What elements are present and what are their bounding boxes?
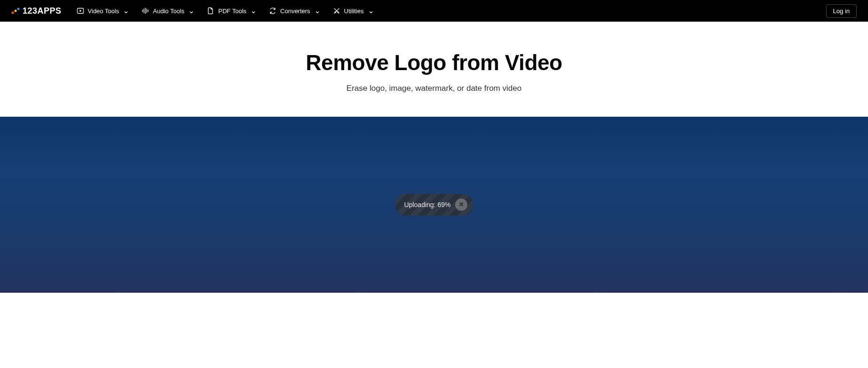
logo-dots-icon bbox=[11, 8, 20, 14]
chevron-down-icon bbox=[251, 9, 255, 13]
close-icon bbox=[458, 201, 464, 208]
audio-wave-icon bbox=[142, 7, 149, 15]
header-left: 123APPS Video Tools bbox=[11, 6, 372, 16]
nav-audio-tools[interactable]: Audio Tools bbox=[142, 7, 193, 15]
cancel-upload-button[interactable] bbox=[455, 199, 467, 211]
chevron-down-icon bbox=[315, 9, 319, 13]
nav-utilities[interactable]: Utilities bbox=[333, 7, 372, 15]
upload-status-pill: Uploading: 69% bbox=[395, 194, 473, 216]
tools-icon bbox=[333, 7, 340, 15]
nav-label: Audio Tools bbox=[153, 8, 184, 15]
nav-label: Utilities bbox=[344, 8, 364, 15]
upload-status-text: Uploading: 69% bbox=[404, 201, 451, 208]
logo-link[interactable]: 123APPS bbox=[11, 6, 62, 16]
title-section: Remove Logo from Video Erase logo, image… bbox=[0, 22, 868, 117]
nav-pdf-tools[interactable]: PDF Tools bbox=[207, 7, 255, 15]
svg-point-10 bbox=[337, 12, 338, 13]
svg-point-2 bbox=[17, 8, 20, 10]
convert-icon bbox=[269, 7, 276, 15]
logo-text: 123APPS bbox=[23, 6, 62, 16]
file-icon bbox=[207, 7, 214, 15]
page-title: Remove Logo from Video bbox=[9, 50, 859, 75]
svg-point-0 bbox=[12, 12, 14, 14]
play-square-icon bbox=[77, 7, 84, 15]
nav-converters[interactable]: Converters bbox=[269, 7, 319, 15]
login-button[interactable]: Log in bbox=[826, 4, 857, 18]
nav-label: PDF Tools bbox=[218, 8, 246, 15]
chevron-down-icon bbox=[124, 9, 127, 13]
main-nav: Video Tools Audio Tools bbox=[77, 7, 372, 15]
work-area: Uploading: 69% bbox=[0, 117, 868, 293]
page-subtitle: Erase logo, image, watermark, or date fr… bbox=[9, 84, 859, 93]
nav-label: Video Tools bbox=[88, 8, 119, 15]
chevron-down-icon bbox=[369, 9, 372, 13]
chevron-down-icon bbox=[189, 9, 193, 13]
nav-video-tools[interactable]: Video Tools bbox=[77, 7, 128, 15]
svg-point-9 bbox=[334, 12, 335, 13]
nav-label: Converters bbox=[280, 8, 310, 15]
app-header: 123APPS Video Tools bbox=[0, 0, 868, 22]
svg-point-1 bbox=[15, 10, 17, 12]
